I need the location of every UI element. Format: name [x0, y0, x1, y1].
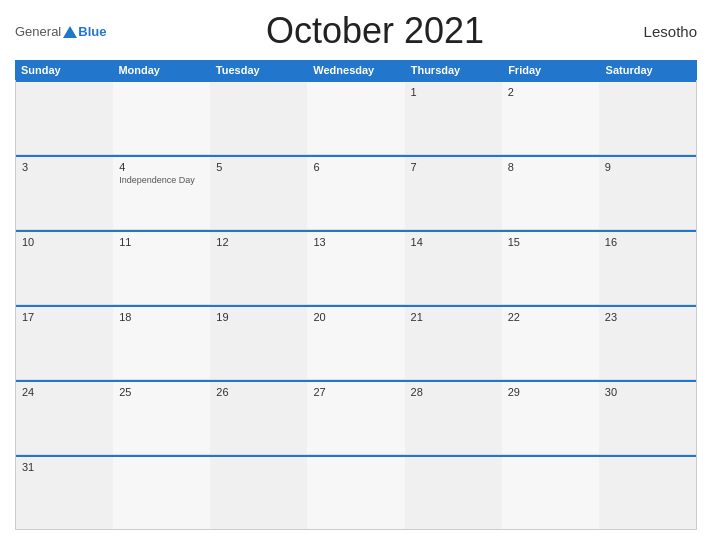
- header-saturday: Saturday: [600, 60, 697, 80]
- day-cell: [113, 82, 210, 154]
- day-number: 29: [508, 386, 593, 398]
- day-cell: [599, 82, 696, 154]
- day-number: 24: [22, 386, 107, 398]
- day-headers-row: Sunday Monday Tuesday Wednesday Thursday…: [15, 60, 697, 80]
- header-monday: Monday: [112, 60, 209, 80]
- week-row: 34Independence Day56789: [16, 155, 696, 230]
- day-cell: 27: [307, 382, 404, 454]
- header-thursday: Thursday: [405, 60, 502, 80]
- day-cell: [599, 457, 696, 529]
- day-cell: 25: [113, 382, 210, 454]
- day-cell: 31: [16, 457, 113, 529]
- day-cell: 23: [599, 307, 696, 379]
- day-cell: 6: [307, 157, 404, 229]
- day-cell: 3: [16, 157, 113, 229]
- day-number: 8: [508, 161, 593, 173]
- day-cell: 24: [16, 382, 113, 454]
- day-number: 13: [313, 236, 398, 248]
- day-number: 9: [605, 161, 690, 173]
- day-cell: 2: [502, 82, 599, 154]
- day-cell: [307, 457, 404, 529]
- day-number: 17: [22, 311, 107, 323]
- day-cell: [16, 82, 113, 154]
- day-event: Independence Day: [119, 175, 204, 185]
- day-number: 31: [22, 461, 107, 473]
- day-number: 1: [411, 86, 496, 98]
- day-number: 4: [119, 161, 204, 173]
- week-row: 31: [16, 455, 696, 530]
- day-number: 7: [411, 161, 496, 173]
- calendar-grid: 1234Independence Day56789101112131415161…: [15, 80, 697, 530]
- day-cell: 14: [405, 232, 502, 304]
- day-number: 18: [119, 311, 204, 323]
- day-number: 19: [216, 311, 301, 323]
- day-cell: 21: [405, 307, 502, 379]
- logo-blue-text: Blue: [78, 25, 106, 38]
- day-number: 2: [508, 86, 593, 98]
- logo-general-text: General: [15, 25, 61, 38]
- day-number: 27: [313, 386, 398, 398]
- day-cell: 4Independence Day: [113, 157, 210, 229]
- header-friday: Friday: [502, 60, 599, 80]
- day-number: 15: [508, 236, 593, 248]
- day-number: 21: [411, 311, 496, 323]
- day-cell: 16: [599, 232, 696, 304]
- day-number: 12: [216, 236, 301, 248]
- day-cell: 12: [210, 232, 307, 304]
- day-number: 6: [313, 161, 398, 173]
- day-cell: [405, 457, 502, 529]
- week-row: 12: [16, 80, 696, 155]
- calendar-header: General Blue October 2021 Lesotho: [15, 10, 697, 52]
- logo-triangle-icon: [63, 26, 77, 38]
- day-number: 20: [313, 311, 398, 323]
- day-cell: 30: [599, 382, 696, 454]
- country-label: Lesotho: [644, 23, 697, 40]
- day-number: 14: [411, 236, 496, 248]
- header-wednesday: Wednesday: [307, 60, 404, 80]
- day-cell: [113, 457, 210, 529]
- day-number: 30: [605, 386, 690, 398]
- day-number: 22: [508, 311, 593, 323]
- day-cell: 11: [113, 232, 210, 304]
- day-cell: 5: [210, 157, 307, 229]
- day-cell: 19: [210, 307, 307, 379]
- week-row: 17181920212223: [16, 305, 696, 380]
- day-number: 26: [216, 386, 301, 398]
- day-cell: 15: [502, 232, 599, 304]
- day-cell: 18: [113, 307, 210, 379]
- day-number: 5: [216, 161, 301, 173]
- header-sunday: Sunday: [15, 60, 112, 80]
- day-number: 11: [119, 236, 204, 248]
- calendar-container: General Blue October 2021 Lesotho Sunday…: [0, 0, 712, 550]
- day-cell: [210, 457, 307, 529]
- day-cell: [307, 82, 404, 154]
- day-cell: 1: [405, 82, 502, 154]
- day-cell: 10: [16, 232, 113, 304]
- day-cell: 17: [16, 307, 113, 379]
- day-cell: 28: [405, 382, 502, 454]
- day-cell: 26: [210, 382, 307, 454]
- day-cell: 8: [502, 157, 599, 229]
- day-number: 28: [411, 386, 496, 398]
- calendar-title: October 2021: [106, 10, 643, 52]
- day-cell: 29: [502, 382, 599, 454]
- day-number: 23: [605, 311, 690, 323]
- day-cell: 22: [502, 307, 599, 379]
- day-number: 25: [119, 386, 204, 398]
- day-cell: [502, 457, 599, 529]
- day-number: 16: [605, 236, 690, 248]
- day-cell: 9: [599, 157, 696, 229]
- logo: General Blue: [15, 25, 106, 38]
- day-cell: 7: [405, 157, 502, 229]
- day-number: 3: [22, 161, 107, 173]
- week-row: 10111213141516: [16, 230, 696, 305]
- day-cell: 13: [307, 232, 404, 304]
- day-cell: 20: [307, 307, 404, 379]
- header-tuesday: Tuesday: [210, 60, 307, 80]
- day-cell: [210, 82, 307, 154]
- week-row: 24252627282930: [16, 380, 696, 455]
- day-number: 10: [22, 236, 107, 248]
